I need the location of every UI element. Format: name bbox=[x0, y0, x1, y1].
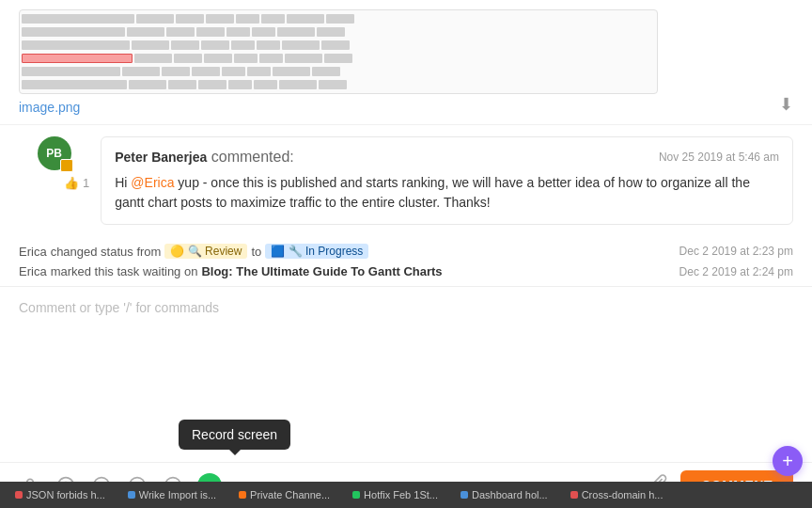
like-count: 1 bbox=[83, 176, 89, 190]
status-review-badge: 🟡 🔍 Review bbox=[164, 244, 247, 259]
bottom-taskbar: JSON forbids h... Wrike Import is... Pri… bbox=[0, 482, 812, 508]
comment-author: Peter Banerjea bbox=[115, 150, 207, 165]
activity-action-1: changed status from bbox=[51, 245, 162, 259]
status-inprogress-badge: 🟦 🔧 In Progress bbox=[265, 244, 368, 259]
taskbar-dot-3 bbox=[239, 491, 246, 499]
taskbar-item-4[interactable]: Hotfix Feb 1St... bbox=[345, 487, 445, 502]
taskbar-item-5[interactable]: Dashboard hol... bbox=[453, 487, 555, 502]
comment-bubble: Peter Banerjea commented: Nov 25 2019 at… bbox=[101, 136, 793, 225]
taskbar-label-2: Wrike Import is... bbox=[139, 489, 216, 500]
mention-erica: @Erica bbox=[131, 175, 174, 190]
record-screen-tooltip: Record screen bbox=[179, 420, 290, 450]
like-button[interactable]: 👍 1 bbox=[64, 176, 89, 190]
taskbar-label-3: Private Channe... bbox=[250, 489, 330, 500]
image-section: image.png ⬇ bbox=[0, 0, 812, 125]
taskbar-item-2[interactable]: Wrike Import is... bbox=[120, 487, 224, 502]
avatar: PB bbox=[38, 136, 71, 170]
activity-timestamp-2: Dec 2 2019 at 2:24 pm bbox=[679, 265, 793, 278]
image-link[interactable]: image.png bbox=[19, 100, 779, 115]
activity-timestamp-1: Dec 2 2019 at 2:23 pm bbox=[679, 245, 793, 258]
taskbar-label-1: JSON forbids h... bbox=[26, 489, 105, 500]
main-container: image.png ⬇ PB 👍 1 Peter Banerjea commen… bbox=[0, 0, 812, 508]
taskbar-dot-1 bbox=[15, 491, 23, 499]
activity-row-2: Erica marked this task waiting on Blog: … bbox=[19, 264, 793, 278]
activity-actor-1: Erica bbox=[19, 245, 47, 259]
taskbar-item-6[interactable]: Cross-domain h... bbox=[563, 487, 671, 502]
comment-section: PB 👍 1 Peter Banerjea commented: Nov 25 … bbox=[0, 125, 812, 236]
download-icon[interactable]: ⬇ bbox=[779, 94, 793, 115]
comment-header: Peter Banerjea commented: Nov 25 2019 at… bbox=[115, 149, 779, 166]
taskbar-dot-6 bbox=[570, 491, 578, 499]
comment-placeholder[interactable]: Comment or type '/' for commands bbox=[19, 296, 793, 319]
activity-row-1: Erica changed status from 🟡 🔍 Review to … bbox=[19, 244, 793, 259]
comment-text: Hi @Erica yup - once this is published a… bbox=[115, 173, 779, 213]
taskbar-item-3[interactable]: Private Channe... bbox=[231, 487, 337, 502]
taskbar-dot-2 bbox=[128, 491, 135, 499]
taskbar-label-5: Dashboard hol... bbox=[472, 489, 548, 500]
avatar-badge bbox=[60, 159, 73, 172]
comment-action: commented: bbox=[211, 149, 294, 165]
image-preview bbox=[19, 9, 658, 94]
taskbar-label-6: Cross-domain h... bbox=[582, 489, 664, 500]
taskbar-dot-5 bbox=[461, 491, 468, 499]
activity-section: Erica changed status from 🟡 🔍 Review to … bbox=[0, 236, 812, 286]
taskbar-dot-4 bbox=[352, 491, 360, 499]
task-link[interactable]: Blog: The Ultimate Guide To Gantt Charts bbox=[201, 264, 442, 278]
comment-timestamp: Nov 25 2019 at 5:46 am bbox=[659, 151, 779, 164]
comment-input-area[interactable]: Comment or type '/' for commands bbox=[0, 286, 812, 462]
activity-action-2: marked this task waiting on bbox=[51, 264, 198, 278]
taskbar-item-1[interactable]: JSON forbids h... bbox=[8, 487, 113, 502]
activity-actor-2: Erica bbox=[19, 264, 47, 278]
fab-button[interactable]: + bbox=[773, 446, 803, 476]
thumbs-up-icon: 👍 bbox=[64, 176, 79, 190]
taskbar-label-4: Hotfix Feb 1St... bbox=[364, 489, 438, 500]
